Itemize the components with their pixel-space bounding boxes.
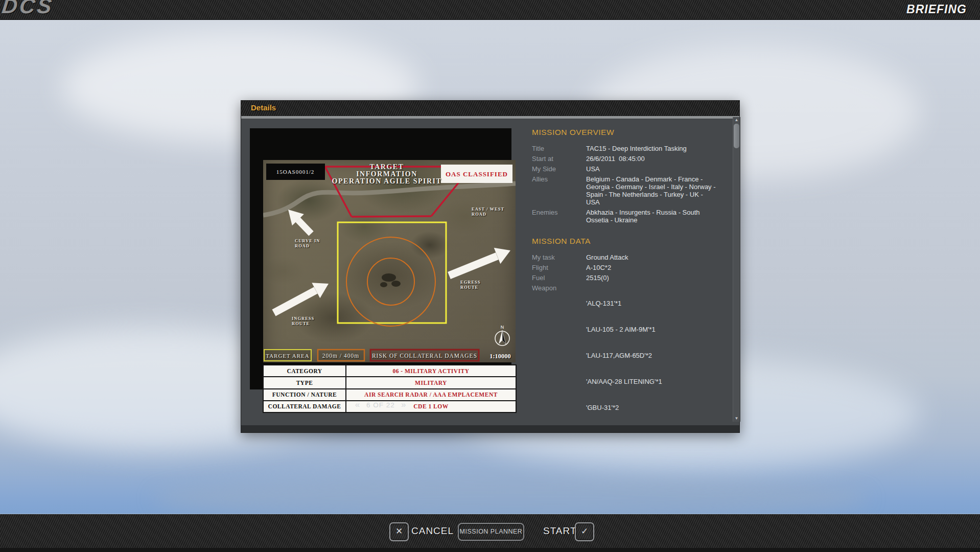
target-cluster	[380, 273, 401, 287]
dcs-logo: DCS	[1, 0, 55, 18]
table-row: CATEGORY 06 - MILITARY ACTIVITY	[263, 365, 516, 377]
scroll-down-icon[interactable]: ▼	[733, 416, 740, 422]
screen-bottom-edge	[0, 548, 980, 552]
map-scale-label: 1:10000	[489, 353, 511, 360]
top-bar: DCS BRIEFING	[0, 0, 980, 20]
briefing-screen: DCS BRIEFING Details	[0, 0, 980, 552]
overview-row-my-side: My Side USA	[532, 165, 733, 173]
data-row-my-task: My task Ground Attack	[532, 254, 733, 261]
svg-text:ROUTE: ROUTE	[460, 285, 478, 290]
overview-row-allies: Allies Belgium - Canada - Denmark - Fran…	[532, 175, 733, 206]
classification-label: OAS CLASSIFIED	[446, 170, 508, 178]
weapon-item: 'GBU-31'*2	[586, 404, 717, 411]
weapon-item: 'LAU-117,AGM-65D'*2	[586, 352, 717, 359]
dialog-scrollbar[interactable]: ▲ ▼	[733, 117, 740, 422]
bottom-bar: ✕ CANCEL MISSION PLANNER START ✓	[0, 514, 980, 548]
dialog-title: Details	[251, 103, 276, 112]
target-briefing-image: 15OAS0001/2 OAS CLASSIFIED TARGET INFORM…	[250, 128, 511, 389]
curve-in-road-arrow	[288, 210, 311, 234]
mission-planner-button[interactable]: MISSION PLANNER	[458, 523, 524, 541]
table-row: FUNCTION / NATURE AIR SEARCH RADAR / AAA…	[263, 389, 516, 401]
svg-text:INFORMATION: INFORMATION	[356, 170, 417, 178]
data-row-fuel: Fuel 2515(0)	[532, 274, 733, 282]
svg-text:ROAD: ROAD	[295, 243, 310, 248]
overview-row-enemies: Enemies Abkhazia - Insurgents - Russia -…	[532, 209, 733, 224]
ingress-arrow	[274, 283, 329, 313]
checkmark-icon: ✓	[581, 526, 588, 536]
overview-row-title: Title TAC15 - Deep Interdiction Tasking	[532, 145, 733, 152]
pager-label: 6 OF 22	[366, 401, 395, 409]
map-overlay-graphics: 15OAS0001/2 OAS CLASSIFIED TARGET INFORM…	[263, 160, 516, 363]
dialog-title-bar: Details	[241, 101, 739, 116]
legend-risk-label: RISK OF COLLATERAL DAMAGES	[372, 353, 477, 359]
dialog-bottom-strip	[241, 425, 739, 432]
briefing-text-panel: MISSION OVERVIEW Title TAC15 - Deep Inte…	[532, 128, 733, 429]
screen-title: BRIEFING	[906, 3, 967, 16]
satellite-photo: 15OAS0001/2 OAS CLASSIFIED TARGET INFORM…	[263, 160, 516, 362]
table-row: TYPE MILITARY	[263, 377, 516, 388]
pager-prev-button[interactable]: «	[355, 400, 360, 410]
compass-rose: N	[495, 325, 509, 346]
weapon-item: 'AN/AAQ-28 LITENING'*1	[586, 378, 717, 385]
start-label[interactable]: START	[543, 525, 577, 537]
svg-text:TARGET: TARGET	[369, 163, 404, 171]
egress-route-label: EGRESS	[460, 280, 481, 285]
egress-arrow	[449, 248, 510, 275]
range-ring-200m	[367, 258, 414, 305]
svg-text:ROAD: ROAD	[472, 212, 486, 217]
data-row-weapon: Weapon 'ALQ-131'*1 'LAU-105 - 2 AIM-9M'*…	[532, 284, 733, 429]
dialog-separator	[241, 116, 739, 119]
overview-row-start-at: Start at 26/6/2011 08:45:00	[532, 155, 733, 163]
pager-next-button[interactable]: »	[401, 400, 406, 410]
range-ring-400m	[346, 237, 435, 326]
cancel-label[interactable]: CANCEL	[411, 525, 454, 537]
legend-rings-label: 200m / 400m	[322, 353, 359, 359]
legend-target-area-label: TARGET AREA	[266, 353, 309, 359]
compass-north-label: N	[501, 325, 504, 330]
image-pager: « 6 OF 22 »	[250, 400, 511, 410]
svg-text:ROUTE: ROUTE	[292, 321, 310, 326]
weapon-item: 'LAU-105 - 2 AIM-9M'*1	[586, 326, 717, 333]
cancel-button[interactable]: ✕	[389, 522, 409, 541]
east-west-road-label: EAST / WEST	[472, 206, 504, 212]
curve-in-road-label: CURVE IN	[295, 238, 320, 243]
start-button[interactable]: ✓	[575, 522, 594, 541]
section-header-mission-overview: MISSION OVERVIEW	[532, 128, 733, 136]
scroll-up-icon[interactable]: ▲	[733, 117, 740, 123]
data-row-flight: Flight A-10C*2	[532, 264, 733, 271]
photo-id-stamp: 15OAS0001/2	[276, 169, 315, 175]
close-icon: ✕	[395, 526, 403, 536]
svg-text:OPERATION AGILE SPIRIT: OPERATION AGILE SPIRIT	[332, 177, 442, 185]
section-header-mission-data: MISSION DATA	[532, 237, 733, 245]
details-dialog: Details	[241, 100, 740, 433]
scrollbar-thumb[interactable]	[734, 124, 739, 148]
ingress-route-label: INGRESS	[292, 316, 314, 321]
weapon-item: 'ALQ-131'*1	[586, 300, 717, 307]
